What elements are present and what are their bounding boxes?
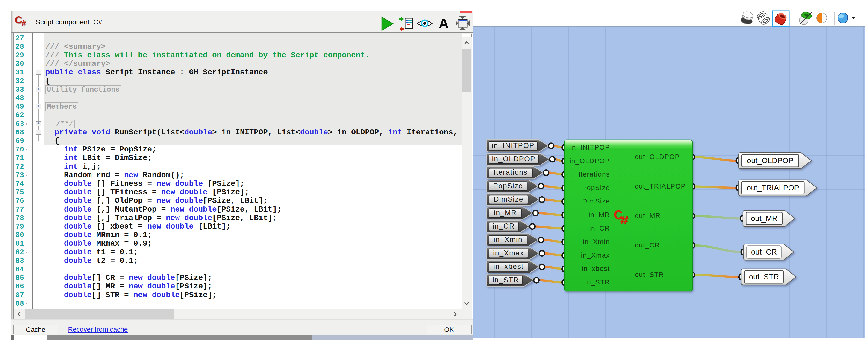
svg-text:in_Xmax: in_Xmax [581,252,610,259]
svg-text:out_CR: out_CR [751,248,777,256]
svg-text:out_TRIALPOP: out_TRIALPOP [747,183,799,192]
svg-text:out_CR: out_CR [635,241,660,249]
svg-text:out_MR: out_MR [751,214,778,222]
svg-text:DimSize: DimSize [582,198,610,205]
svg-text:out_STR: out_STR [635,271,664,278]
svg-text:in_STR: in_STR [585,279,610,286]
svg-text:in_xbest: in_xbest [493,262,524,271]
svg-text:PopSize: PopSize [493,182,523,190]
svg-text:in_Xmin: in_Xmin [583,238,610,245]
svg-text:A: A [439,16,448,31]
svg-text:in_STR: in_STR [492,276,519,284]
svg-text:in_CR: in_CR [493,222,515,230]
svg-text:out_TRIALPOP: out_TRIALPOP [635,182,686,190]
svg-text:in_INITPOP: in_INITPOP [570,144,610,151]
svg-text:in_MR: in_MR [494,209,517,217]
svg-text:out_OLDPOP: out_OLDPOP [747,156,794,165]
svg-text:in_Xmax: in_Xmax [493,249,524,257]
svg-text:out_MR: out_MR [635,212,661,219]
svg-text:DimSize: DimSize [494,195,523,203]
svg-text:in_CR: in_CR [589,225,610,232]
svg-text:in_MR: in_MR [589,211,610,218]
svg-text:#: # [620,213,628,226]
svg-text:in_OLDPOP: in_OLDPOP [492,155,535,163]
svg-text:out_OLDPOP: out_OLDPOP [635,153,680,161]
svg-text:in_OLDPOP: in_OLDPOP [569,157,610,165]
svg-text:in_xbest: in_xbest [582,265,610,272]
svg-text:in_INITPOP: in_INITPOP [492,142,534,150]
svg-text:PopSize: PopSize [582,184,610,191]
svg-text:Iterations: Iterations [494,168,528,176]
svg-text:out_STR: out_STR [749,273,779,281]
svg-text:Iterations: Iterations [578,171,610,178]
svg-text:in_Xmin: in_Xmin [494,236,523,244]
